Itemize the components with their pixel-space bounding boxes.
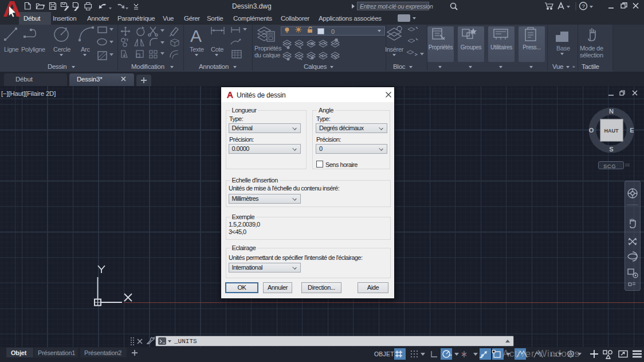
svg-text:N: N <box>609 108 614 115</box>
svg-text:S: S <box>609 146 613 153</box>
svg-text:A: A <box>190 26 202 45</box>
svg-text:E: E <box>630 127 634 134</box>
svg-text:O: O <box>589 127 594 134</box>
svg-text:HAUT: HAUT <box>604 128 619 134</box>
svg-text:?: ? <box>582 3 585 9</box>
